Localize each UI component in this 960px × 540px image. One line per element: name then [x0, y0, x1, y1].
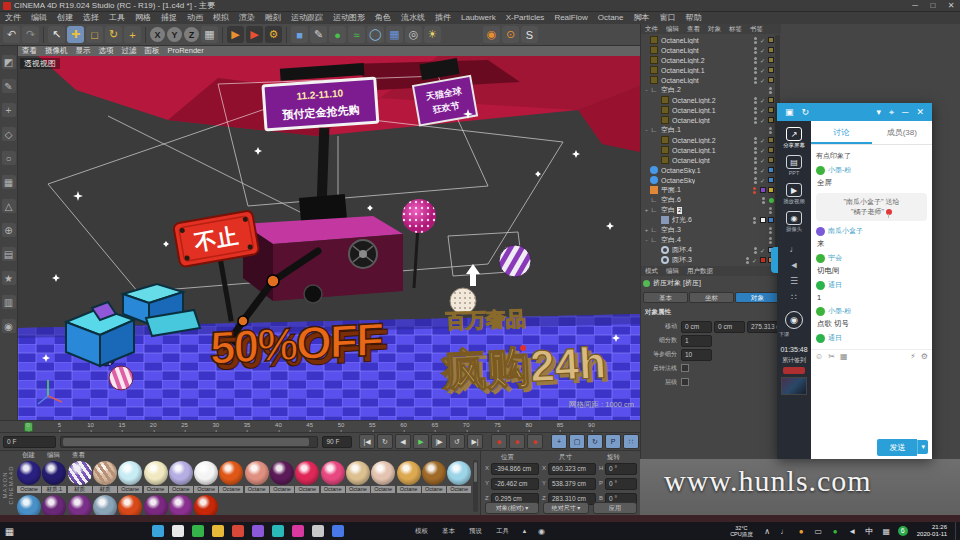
enable-check-icon[interactable]: ✓ — [760, 77, 765, 84]
chat-side-handle[interactable] — [771, 247, 778, 273]
material-menu-item-0[interactable]: 创建 — [16, 451, 41, 459]
extrude-tool-icon[interactable]: ▤ — [2, 247, 16, 261]
key-pla-toggle-button[interactable]: ∷ — [623, 434, 639, 449]
coord-mode-dropdown[interactable]: 对象(相对) ▾ — [485, 502, 539, 514]
enable-check-icon[interactable]: ✓ — [760, 107, 765, 114]
menu-item-9[interactable]: 渲染 — [234, 12, 260, 24]
lock-y-axis-icon[interactable]: Y — [167, 27, 182, 42]
add-camera-icon[interactable]: ◎ — [405, 26, 422, 43]
material-label-11[interactable]: Octane — [270, 486, 294, 493]
object-row-7[interactable]: OctaneLight.1✓ — [641, 105, 774, 115]
add-cube-icon[interactable]: ■ — [291, 26, 308, 43]
menu-item-5[interactable]: 网格 — [130, 12, 156, 24]
menu-item-11[interactable]: 运动跟踪 — [286, 12, 328, 24]
visibility-dots[interactable] — [754, 157, 757, 160]
object-row-18[interactable]: 灯光.6 — [641, 215, 774, 225]
menu-item-10[interactable]: 雕刻 — [260, 12, 286, 24]
om-menu-item-5[interactable]: 书签 — [746, 24, 767, 34]
start-button[interactable]: ▦ — [4, 526, 15, 537]
texture-tag-chip[interactable] — [760, 217, 766, 223]
previous-frame-button[interactable]: ◀ — [395, 434, 411, 449]
material-label-2[interactable]: 材质.1 — [42, 486, 66, 493]
add-deformer-icon[interactable]: ≈ — [348, 26, 365, 43]
end-frame-field[interactable]: 90 F — [322, 436, 352, 448]
taskbar-label-1[interactable]: 基本 — [442, 527, 455, 536]
attribute-checkbox[interactable] — [681, 378, 689, 386]
attr-tab-2[interactable]: 对象 — [735, 292, 780, 303]
toolbar-expand-icon[interactable]: ▲ — [519, 528, 530, 534]
autokey-toggle-button[interactable]: ● — [509, 434, 525, 449]
taskbar-app-10[interactable] — [332, 525, 344, 537]
object-row-14[interactable]: OctaneSky✓ — [641, 175, 774, 185]
position-x-field[interactable]: -394.866 cm — [491, 463, 539, 475]
workplane-mode-icon[interactable]: ⊙ — [502, 26, 519, 43]
object-row-0[interactable]: OctaneLight✓ — [641, 35, 774, 45]
object-row-5[interactable]: -∟空白.2 — [641, 85, 774, 95]
enable-check-icon[interactable]: ✓ — [760, 137, 765, 144]
object-row-21[interactable]: 圆环.4✓ — [641, 245, 774, 255]
taskbar-app-6[interactable] — [252, 525, 264, 537]
object-row-17[interactable]: +∟空白2 — [641, 205, 774, 215]
menu-item-1[interactable]: 编辑 — [26, 12, 52, 24]
emoji-icon[interactable]: ☺ — [815, 352, 823, 361]
object-row-10[interactable]: OctaneLight.2✓ — [641, 135, 774, 145]
visibility-dots[interactable] — [762, 197, 765, 200]
send-button[interactable]: 发送 — [877, 439, 917, 456]
material-label-8[interactable]: Octane — [194, 486, 218, 493]
mirror-tool-icon[interactable]: ⊕ — [2, 223, 16, 237]
play-button[interactable]: ▶ — [413, 434, 429, 449]
taskbar-app-9[interactable] — [312, 525, 324, 537]
texture-tag-chip[interactable] — [768, 47, 774, 53]
material-sphere-r2-2[interactable] — [42, 495, 66, 515]
expand-toggle[interactable]: - — [643, 237, 650, 243]
enable-check-icon[interactable]: ✓ — [760, 167, 765, 174]
material-sphere-r2-8[interactable] — [194, 495, 218, 515]
microphone-icon[interactable]: ♩ — [788, 243, 800, 255]
texture-tag-chip[interactable] — [768, 37, 774, 43]
visibility-dots[interactable] — [753, 187, 756, 190]
enable-check-icon[interactable]: ✓ — [760, 37, 765, 44]
current-frame-field[interactable]: 0 F — [3, 436, 56, 448]
settings-icon[interactable]: ⚙ — [921, 352, 928, 361]
om-menu-item-3[interactable]: 对象 — [704, 24, 725, 34]
material-label-16[interactable]: Octane — [397, 486, 421, 493]
lock-x-axis-icon[interactable]: X — [150, 27, 165, 42]
texture-tag-chip[interactable] — [760, 257, 766, 263]
taskbar-app-8[interactable] — [292, 525, 304, 537]
visibility-dots[interactable] — [754, 97, 757, 100]
visibility-dots[interactable] — [769, 237, 772, 240]
chat-input-area[interactable] — [811, 363, 932, 435]
object-row-3[interactable]: OctaneLight.1✓ — [641, 65, 774, 75]
om-menu-item-2[interactable]: 查看 — [683, 24, 704, 34]
viewport-menu-item-1[interactable]: 摄像机 — [41, 46, 72, 56]
screen-icon[interactable]: ▭ — [813, 527, 824, 536]
visibility-dots[interactable] — [754, 167, 757, 170]
object-row-22[interactable]: 圆环.3✓ — [641, 255, 774, 265]
chat-tab-1[interactable]: 成员(38) — [872, 121, 933, 144]
viewport-label[interactable]: 透视视图 — [20, 58, 60, 69]
texture-tag-chip[interactable] — [768, 67, 774, 73]
viewport-menu-item-5[interactable]: 面板 — [141, 46, 164, 56]
taskbar-app-5[interactable] — [232, 525, 244, 537]
power-icon[interactable]: ◉ — [536, 527, 547, 536]
menu-item-0[interactable]: 文件 — [0, 12, 26, 24]
object-row-16[interactable]: ∟空白.6 — [641, 195, 774, 205]
taskbar-app-4[interactable] — [212, 525, 224, 537]
material-label-3[interactable]: 材质 — [68, 486, 92, 493]
material-sphere-13[interactable] — [321, 461, 345, 485]
object-row-13[interactable]: OctaneSky.1✓ — [641, 165, 774, 175]
viewport-menu-item-0[interactable]: 查看 — [18, 46, 41, 56]
key-scale-toggle-button[interactable]: ▢ — [569, 434, 585, 449]
sender-name[interactable]: 小墨-粉 — [828, 306, 851, 316]
sidebar-item-0[interactable]: ↗分享屏幕 — [777, 127, 811, 149]
texture-tag-chip[interactable] — [768, 57, 774, 63]
material-sphere-1[interactable] — [17, 461, 41, 485]
menu-item-12[interactable]: 运动图形 — [328, 12, 370, 24]
knife-tool-icon[interactable]: ◇ — [2, 127, 16, 141]
material-sphere-16[interactable] — [397, 461, 421, 485]
attribute-field[interactable]: 0 cm — [714, 321, 745, 333]
menu-item-18[interactable]: RealFlow — [549, 12, 592, 24]
object-row-11[interactable]: OctaneLight.1✓ — [641, 145, 774, 155]
enable-check-icon[interactable]: ✓ — [752, 257, 757, 264]
goto-end-button[interactable]: ▶| — [467, 434, 483, 449]
